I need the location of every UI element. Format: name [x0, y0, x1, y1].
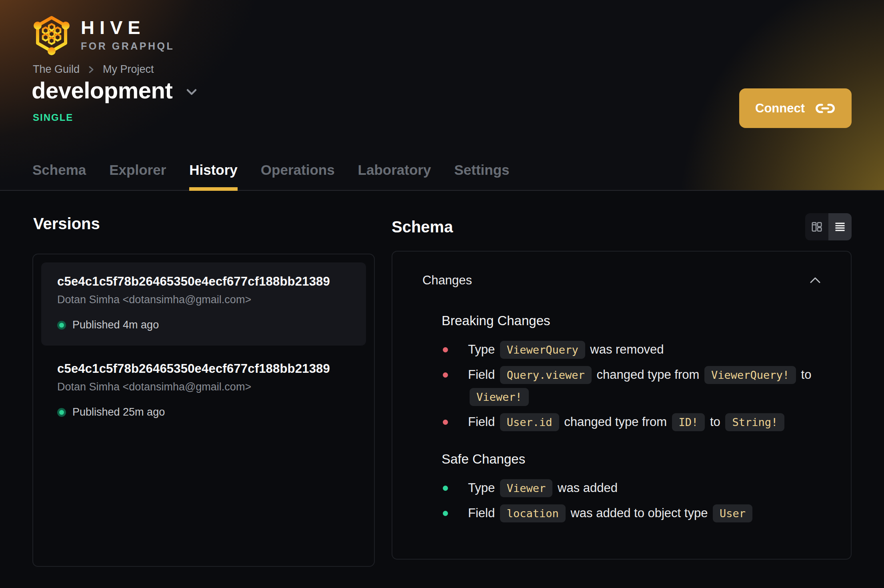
- tab-bar: Schema Explorer History Operations Labor…: [32, 162, 510, 191]
- tab-explorer[interactable]: Explorer: [109, 162, 166, 191]
- tab-operations[interactable]: Operations: [261, 162, 335, 191]
- changes-collapse-header[interactable]: Changes: [422, 273, 823, 288]
- versions-column: Versions c5e4c1c5f78b26465350e4ecf677cf1…: [32, 212, 375, 567]
- version-author: Dotan Simha <dotansimha@gmail.com>: [57, 381, 350, 393]
- change-item: Type Viewer was added: [442, 477, 823, 499]
- chevron-up-icon: [808, 275, 823, 286]
- change-section: Safe ChangesType Viewer was addedField l…: [442, 452, 823, 524]
- version-hash: c5e4c1c5f78b26465350e4ecf677cf188bb21389: [57, 274, 350, 289]
- page-title-target: development: [32, 77, 172, 104]
- change-section-title: Breaking Changes: [442, 313, 823, 328]
- code-chip: String!: [725, 413, 784, 431]
- tab-laboratory[interactable]: Laboratory: [358, 162, 431, 191]
- version-card[interactable]: c5e4c1c5f78b26465350e4ecf677cf188bb21389…: [41, 262, 366, 346]
- change-section: Breaking ChangesType ViewerQuery was rem…: [442, 313, 823, 433]
- breadcrumb-project[interactable]: My Project: [103, 63, 154, 76]
- change-list: Type ViewerQuery was removedField Query.…: [442, 339, 823, 433]
- connect-button[interactable]: Connect: [739, 88, 852, 128]
- versions-heading: Versions: [33, 215, 375, 233]
- page: HIVE FOR GRAPHQL The Guild My Project de…: [0, 0, 884, 588]
- schema-heading: Schema: [392, 218, 453, 236]
- change-item: Field Query.viewer changed type from Vie…: [442, 364, 823, 408]
- hive-hexagon-icon: [32, 14, 71, 55]
- changes-title: Changes: [422, 273, 472, 288]
- columns-view-icon: [811, 221, 823, 233]
- view-toggle: [805, 213, 852, 240]
- brand-tagline: FOR GRAPHQL: [81, 40, 174, 52]
- brand-name: HIVE: [81, 18, 174, 37]
- link-icon: [815, 100, 836, 116]
- connect-button-label: Connect: [755, 101, 805, 116]
- code-chip: ViewerQuery: [500, 341, 585, 359]
- change-list: Type Viewer was addedField location was …: [442, 477, 823, 524]
- code-chip: User: [713, 504, 752, 522]
- list-view-button[interactable]: [828, 213, 852, 240]
- code-chip: ID!: [672, 413, 705, 431]
- code-chip: Viewer!: [470, 388, 529, 406]
- code-chip: Viewer: [500, 479, 553, 497]
- target-mode-badge: SINGLE: [33, 112, 73, 123]
- version-status: Published 25m ago: [72, 406, 165, 418]
- version-author: Dotan Simha <dotansimha@gmail.com>: [57, 294, 350, 306]
- version-hash: c5e4c1c5f78b26465350e4ecf677cf188bb21389: [57, 362, 350, 376]
- header: HIVE FOR GRAPHQL The Guild My Project de…: [0, 0, 884, 191]
- code-chip: User.id: [500, 413, 559, 431]
- list-view-icon: [834, 221, 846, 233]
- status-dot-icon: [57, 321, 66, 330]
- breadcrumb-org[interactable]: The Guild: [33, 63, 80, 76]
- code-chip: location: [500, 504, 566, 522]
- version-status: Published 4m ago: [72, 319, 159, 331]
- change-item: Field location was added to object type …: [442, 502, 823, 524]
- main-content: Versions c5e4c1c5f78b26465350e4ecf677cf1…: [0, 212, 884, 567]
- changes-sections: Breaking ChangesType ViewerQuery was rem…: [422, 313, 823, 524]
- chevron-down-icon[interactable]: [185, 88, 198, 97]
- tab-history[interactable]: History: [189, 162, 238, 191]
- change-section-title: Safe Changes: [442, 452, 823, 467]
- hive-logo[interactable]: HIVE FOR GRAPHQL: [32, 14, 174, 55]
- version-card[interactable]: c5e4c1c5f78b26465350e4ecf677cf188bb21389…: [41, 350, 366, 433]
- code-chip: ViewerQuery!: [704, 366, 796, 384]
- change-item: Field User.id changed type from ID! to S…: [442, 411, 823, 433]
- change-item: Type ViewerQuery was removed: [442, 339, 823, 361]
- chevron-right-icon: [88, 64, 95, 75]
- breadcrumb: The Guild My Project: [33, 63, 154, 76]
- tab-settings[interactable]: Settings: [454, 162, 509, 191]
- tab-schema[interactable]: Schema: [32, 162, 86, 191]
- schema-column: Schema: [392, 212, 852, 567]
- versions-panel: c5e4c1c5f78b26465350e4ecf677cf188bb21389…: [32, 254, 375, 567]
- columns-view-button[interactable]: [805, 213, 828, 240]
- changes-panel: Changes Breaking ChangesType ViewerQuery…: [392, 251, 852, 560]
- code-chip: Query.viewer: [500, 366, 592, 384]
- status-dot-icon: [57, 408, 66, 417]
